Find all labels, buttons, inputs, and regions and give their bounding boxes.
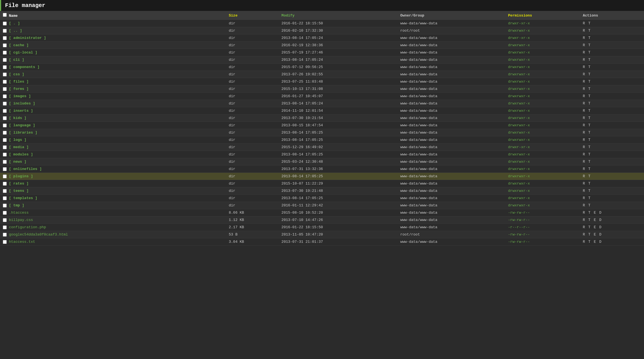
action-r[interactable]: R xyxy=(583,145,587,149)
row-checkbox[interactable] xyxy=(3,51,7,55)
file-actions[interactable]: R T xyxy=(580,173,644,180)
action-r[interactable]: R xyxy=(583,218,587,222)
file-name[interactable]: [ cache ] xyxy=(9,43,29,47)
file-actions[interactable]: R T xyxy=(580,187,644,195)
action-r[interactable]: R xyxy=(583,203,587,208)
row-checkbox[interactable] xyxy=(3,123,7,127)
row-checkbox[interactable] xyxy=(3,196,7,200)
file-actions[interactable]: R T E D xyxy=(580,238,644,246)
file-actions[interactable]: R T xyxy=(580,49,644,56)
action-r[interactable]: R xyxy=(583,152,587,157)
file-actions[interactable]: R T E D xyxy=(580,224,644,231)
row-checkbox[interactable] xyxy=(3,225,7,229)
action-t[interactable]: T xyxy=(588,123,591,127)
action-d[interactable]: D xyxy=(599,218,601,222)
action-r[interactable]: R xyxy=(583,58,587,62)
action-r[interactable]: R xyxy=(583,109,587,113)
action-d[interactable]: D xyxy=(599,240,601,244)
file-actions[interactable]: R T xyxy=(580,56,644,64)
action-r[interactable]: R xyxy=(583,29,587,33)
file-name[interactable]: [ css ] xyxy=(9,72,24,76)
file-actions[interactable]: R T E D xyxy=(580,209,644,216)
action-t[interactable]: T xyxy=(588,218,593,222)
action-d[interactable]: D xyxy=(599,225,601,229)
action-t[interactable]: T xyxy=(588,232,593,237)
action-r[interactable]: R xyxy=(583,50,587,55)
row-checkbox[interactable] xyxy=(3,116,7,120)
action-t[interactable]: T xyxy=(588,94,591,98)
action-r[interactable]: R xyxy=(583,65,587,69)
action-r[interactable]: R xyxy=(583,130,587,135)
row-checkbox[interactable] xyxy=(3,87,7,91)
action-r[interactable]: R xyxy=(583,21,587,25)
action-t[interactable]: T xyxy=(588,160,591,164)
file-actions[interactable]: R T E D xyxy=(580,231,644,238)
file-name[interactable]: [ logs ] xyxy=(9,138,26,142)
file-actions[interactable]: R T xyxy=(580,180,644,187)
file-actions[interactable]: R T xyxy=(580,20,644,27)
row-checkbox[interactable] xyxy=(3,29,7,33)
file-name[interactable]: [ cgi-local ] xyxy=(9,50,37,55)
file-actions[interactable]: R T xyxy=(580,122,644,129)
file-name[interactable]: [ tmp ] xyxy=(9,203,24,208)
action-t[interactable]: T xyxy=(588,72,591,76)
file-name[interactable]: [ administrator ] xyxy=(9,36,46,40)
action-t[interactable]: T xyxy=(588,80,591,84)
action-t[interactable]: T xyxy=(588,203,591,208)
file-actions[interactable]: R T xyxy=(580,136,644,144)
action-t[interactable]: T xyxy=(588,116,591,120)
file-name[interactable]: [ includes ] xyxy=(9,101,35,106)
action-t[interactable]: T xyxy=(588,138,591,142)
row-checkbox[interactable] xyxy=(3,43,7,47)
action-t[interactable]: T xyxy=(588,211,593,215)
action-t[interactable]: T xyxy=(588,87,591,91)
file-name[interactable]: [ kids ] xyxy=(9,116,26,120)
file-name[interactable]: [ rates ] xyxy=(9,181,29,186)
row-checkbox[interactable] xyxy=(3,174,7,178)
action-t[interactable]: T xyxy=(588,36,591,40)
file-name[interactable]: [ media ] xyxy=(9,145,29,149)
action-e[interactable]: E xyxy=(594,218,598,222)
file-actions[interactable]: R T xyxy=(580,85,644,93)
select-all-checkbox[interactable] xyxy=(3,13,7,17)
action-t[interactable]: T xyxy=(588,196,591,200)
row-checkbox[interactable] xyxy=(3,73,7,76)
file-actions[interactable]: R T xyxy=(580,64,644,71)
file-name[interactable]: [ inserts ] xyxy=(9,109,33,113)
row-checkbox[interactable] xyxy=(3,218,7,222)
file-name[interactable]: [ modules ] xyxy=(9,152,33,157)
file-actions[interactable]: R T xyxy=(580,93,644,100)
file-name[interactable]: [ . ] xyxy=(9,21,20,25)
action-t[interactable]: T xyxy=(588,240,593,244)
row-checkbox[interactable] xyxy=(3,22,7,25)
file-actions[interactable]: R T xyxy=(580,151,644,158)
action-t[interactable]: T xyxy=(588,101,591,106)
action-r[interactable]: R xyxy=(583,196,587,200)
file-name[interactable]: [ language ] xyxy=(9,123,35,127)
file-name[interactable]: [ images ] xyxy=(9,94,31,98)
file-actions[interactable]: R T xyxy=(580,158,644,165)
action-e[interactable]: E xyxy=(594,211,598,215)
file-actions[interactable]: R T xyxy=(580,165,644,173)
action-t[interactable]: T xyxy=(588,189,591,193)
action-t[interactable]: T xyxy=(588,21,591,25)
file-actions[interactable]: R T xyxy=(580,27,644,34)
action-t[interactable]: T xyxy=(588,109,591,113)
file-actions[interactable]: R T xyxy=(580,78,644,85)
action-r[interactable]: R xyxy=(583,232,587,237)
file-name[interactable]: [ onlinefiles ] xyxy=(9,167,42,171)
file-actions[interactable]: R T xyxy=(580,144,644,151)
action-r[interactable]: R xyxy=(583,123,587,127)
file-name[interactable]: [ forms ] xyxy=(9,87,29,91)
row-checkbox[interactable] xyxy=(3,167,7,171)
file-name[interactable]: [ components ] xyxy=(9,65,39,69)
row-checkbox[interactable] xyxy=(3,131,7,135)
file-actions[interactable]: R T xyxy=(580,100,644,107)
action-t[interactable]: T xyxy=(588,167,591,171)
action-r[interactable]: R xyxy=(583,116,587,120)
action-r[interactable]: R xyxy=(583,43,587,47)
action-r[interactable]: R xyxy=(583,189,587,193)
file-actions[interactable]: R T xyxy=(580,71,644,78)
file-actions[interactable]: R T xyxy=(580,42,644,49)
action-e[interactable]: E xyxy=(594,225,598,229)
